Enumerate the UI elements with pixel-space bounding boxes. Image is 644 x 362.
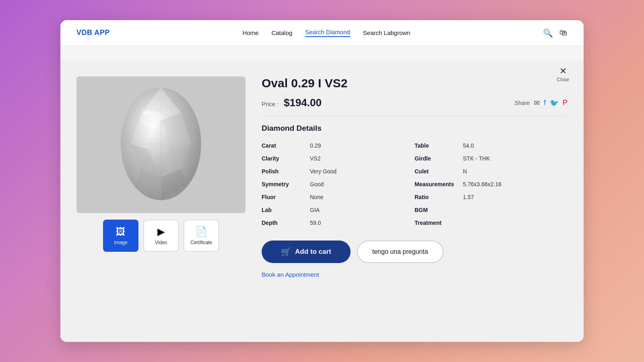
nav: Home Catalog Search Diamond Search Labgr…	[242, 29, 410, 37]
details-grid: Carat0.29ClarityVS2PolishVery GoodSymmet…	[262, 139, 568, 229]
price-label: Price :	[262, 101, 279, 107]
detail-val: 5.76x3.66x2.16	[463, 181, 502, 187]
search-icon[interactable]: 🔍	[543, 28, 553, 38]
detail-row: PolishVery Good	[262, 165, 415, 178]
share-facebook-icon[interactable]: f	[544, 99, 546, 107]
detail-row: Carat0.29	[262, 139, 415, 152]
nav-catalog[interactable]: Catalog	[271, 29, 292, 36]
detail-row: Ratio1.57	[415, 191, 568, 204]
detail-val: STK - THK	[463, 155, 490, 162]
detail-key: Symmetry	[262, 181, 310, 187]
detail-val: Very Good	[310, 168, 336, 175]
detail-row: ClarityVS2	[262, 152, 415, 165]
product-right: Oval 0.29 I VS2 Price : $194.00 Share ✉ …	[262, 76, 568, 278]
tab-image[interactable]: 🖼 Image	[103, 220, 138, 252]
diamond-svg	[109, 80, 213, 209]
detail-key: Fluor	[262, 194, 310, 200]
share-label: Share	[515, 100, 530, 106]
header: VDB APP Home Catalog Search Diamond Sear…	[60, 20, 584, 46]
close-label: Close	[557, 77, 569, 82]
detail-row: BGM	[415, 204, 568, 216]
share-twitter-icon[interactable]: 🐦	[550, 99, 559, 107]
details-col-right: Table54.0GirdleSTK - THKCuletNMeasuremen…	[415, 139, 568, 229]
detail-key: Measurements	[415, 181, 463, 187]
nav-search-diamond[interactable]: Search Diamond	[305, 29, 350, 37]
detail-key: Carat	[262, 142, 310, 149]
detail-val: 0.29	[310, 142, 321, 149]
price-value: $194.00	[284, 97, 322, 109]
detail-row: SymmetryGood	[262, 178, 415, 191]
detail-key: Lab	[262, 207, 310, 213]
image-tab-icon: 🖼	[116, 226, 126, 237]
logo: VDB APP	[76, 29, 110, 37]
add-to-cart-button[interactable]: 🛒 Add to cart	[262, 241, 351, 263]
nav-search-labgrown[interactable]: Search Labgrown	[363, 29, 411, 36]
detail-key: Girdle	[415, 155, 463, 162]
product-left: 🖼 Image ▶ Video 📄 Certificate	[76, 76, 246, 278]
cart-button-icon: 🛒	[281, 247, 291, 257]
share-email-icon[interactable]: ✉	[534, 99, 540, 107]
detail-key: Ratio	[415, 194, 463, 200]
close-x-icon: ✕	[557, 67, 569, 76]
detail-key: Culet	[415, 168, 463, 175]
detail-val: 54.0	[463, 142, 474, 149]
product-layout: 🖼 Image ▶ Video 📄 Certificate Oval 0.29 …	[76, 76, 568, 278]
detail-key: Polish	[262, 168, 310, 175]
detail-row: Table54.0	[415, 139, 568, 152]
detail-key: Depth	[262, 220, 310, 226]
tab-image-label: Image	[114, 240, 127, 245]
detail-val: VS2	[310, 155, 320, 162]
diamond-image	[76, 76, 246, 213]
detail-val: N	[463, 168, 467, 175]
detail-key: Treatment	[415, 220, 463, 226]
price-share-row: Price : $194.00 Share ✉ f 🐦 P	[262, 97, 568, 116]
detail-row: GirdleSTK - THK	[415, 152, 568, 165]
detail-row: Measurements5.76x3.66x2.16	[415, 178, 568, 191]
details-col-left: Carat0.29ClarityVS2PolishVery GoodSymmet…	[262, 139, 415, 229]
detail-key: BGM	[415, 207, 463, 213]
share-pinterest-icon[interactable]: P	[563, 99, 568, 107]
tab-certificate[interactable]: 📄 Certificate	[184, 220, 219, 252]
appointment-link[interactable]: Book an Appointment	[262, 271, 319, 278]
detail-val: None	[310, 194, 323, 200]
app-window: VDB APP Home Catalog Search Diamond Sear…	[60, 20, 584, 342]
question-label: tengo una pregunta	[372, 248, 428, 255]
certificate-tab-icon: 📄	[195, 226, 207, 237]
header-icons: 🔍 🛍	[543, 28, 568, 38]
tab-video-label: Video	[155, 240, 167, 245]
detail-val: 1.57	[463, 194, 474, 200]
detail-val: Good	[310, 181, 324, 187]
detail-row: Depth59.0	[262, 216, 415, 229]
question-button[interactable]: tengo una pregunta	[357, 241, 444, 263]
cart-header-icon[interactable]: 🛍	[559, 28, 568, 37]
detail-row: LabGIA	[262, 204, 415, 216]
detail-row: Treatment	[415, 216, 568, 229]
tab-video[interactable]: ▶ Video	[143, 220, 179, 252]
detail-key: Table	[415, 142, 463, 149]
main-content: ✕ Close	[60, 60, 584, 342]
price-section: Price : $194.00	[262, 97, 322, 109]
actions-row: 🛒 Add to cart tengo una pregunta	[262, 241, 568, 263]
detail-val: 59.0	[310, 220, 321, 226]
video-tab-icon: ▶	[157, 226, 165, 237]
detail-val: GIA	[310, 207, 320, 213]
nav-home[interactable]: Home	[242, 29, 258, 36]
detail-key: Clarity	[262, 155, 310, 162]
detail-row: CuletN	[415, 165, 568, 178]
media-tabs: 🖼 Image ▶ Video 📄 Certificate	[76, 220, 246, 252]
product-title: Oval 0.29 I VS2	[262, 76, 568, 90]
add-to-cart-label: Add to cart	[295, 248, 331, 256]
tab-certificate-label: Certificate	[190, 240, 212, 245]
secondary-bar	[60, 46, 584, 60]
close-button[interactable]: ✕ Close	[557, 67, 569, 83]
details-title: Diamond Details	[262, 124, 568, 133]
share-section: Share ✉ f 🐦 P	[515, 99, 568, 107]
detail-row: FluorNone	[262, 191, 415, 204]
